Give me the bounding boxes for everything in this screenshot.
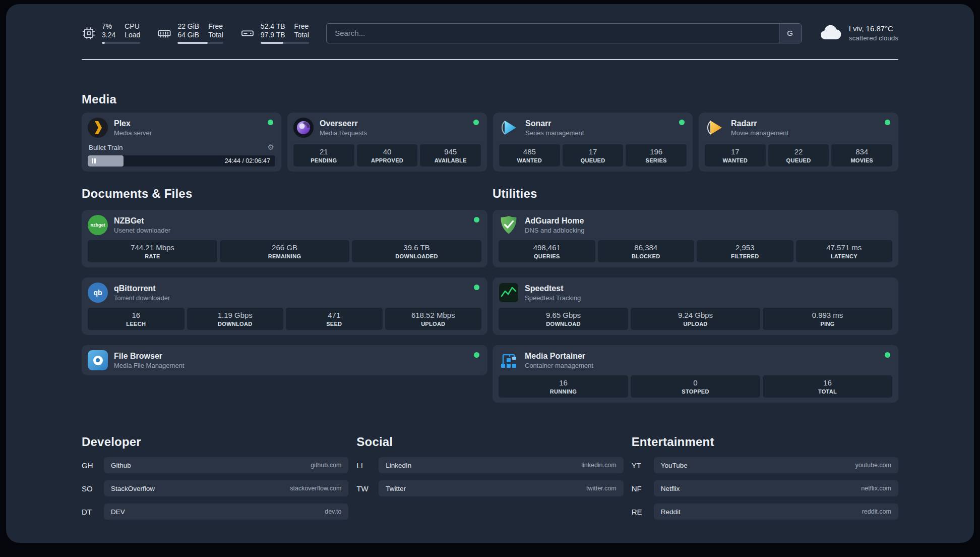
weather-condition: scattered clouds <box>849 34 898 42</box>
memory-usage-bar <box>177 42 223 44</box>
disk-free-value: 52.4 TB <box>261 22 285 31</box>
plex-card[interactable]: Plex Media server Bullet Train ⚙ 24:44 /… <box>82 113 281 172</box>
stat-total: 16 TOTAL <box>763 375 892 398</box>
stat-queued: 17 QUEUED <box>563 144 624 166</box>
memory-label-top: Free <box>208 22 223 31</box>
sonarr-card[interactable]: Sonarr Series management 485 WANTED 17 Q… <box>493 113 693 172</box>
stat-download: 9.65 Gbps DOWNLOAD <box>499 308 628 330</box>
media-section: Media Plex Media serv <box>82 92 898 172</box>
disk-label-top: Free <box>294 22 310 31</box>
speedtest-card[interactable]: Speedtest Speedtest Tracking 9.65 Gbps D… <box>493 277 898 335</box>
service-subtitle: Torrent downloader <box>114 294 170 302</box>
search-input[interactable] <box>326 23 802 43</box>
section-title-social: Social <box>356 435 623 449</box>
overseerr-card[interactable]: Overseerr Media Requests 21 PENDING 40 A… <box>287 113 487 172</box>
disk-widget: 52.4 TB Free 97.9 TB Total <box>240 22 309 44</box>
filebrowser-card[interactable]: File Browser Media File Management <box>82 345 487 375</box>
bookmark-netflix[interactable]: NF Netflix netflix.com <box>632 480 898 496</box>
status-online-dot <box>474 285 479 290</box>
nzbget-card[interactable]: nzbget NZBGet Usenet downloader 744.21 M… <box>82 210 487 267</box>
service-subtitle: Speedtest Tracking <box>525 294 581 302</box>
stat-filtered: 2,953 FILTERED <box>697 240 793 262</box>
service-subtitle: DNS and adblocking <box>525 227 585 234</box>
service-name: Radarr <box>731 119 788 128</box>
service-name: Speedtest <box>525 284 581 293</box>
bookmark-linkedin[interactable]: LI LinkedIn linkedin.com <box>356 457 623 473</box>
status-online-dot <box>474 217 479 222</box>
top-bar: 7% CPU 3.24 Load 22 <box>82 4 898 44</box>
service-subtitle: Media server <box>114 129 152 137</box>
bookmark-twitter[interactable]: TW Twitter twitter.com <box>356 480 623 496</box>
search-engine-button[interactable]: G <box>779 24 801 43</box>
memory-free-value: 22 GiB <box>177 22 199 31</box>
bookmarks-section: Developer GH Github github.com SO StackO… <box>82 435 898 527</box>
status-online-dot <box>473 120 479 125</box>
dashboard-panel: 7% CPU 3.24 Load 22 <box>6 4 974 543</box>
bookmark-youtube[interactable]: YT YouTube youtube.com <box>632 457 898 473</box>
stat-remaining: 266 GB REMAINING <box>220 240 349 262</box>
service-subtitle: Series management <box>525 129 584 137</box>
service-subtitle: Container management <box>525 362 593 369</box>
overseerr-icon <box>293 118 314 138</box>
qbittorrent-card[interactable]: qb qBittorrent Torrent downloader 16 LEE… <box>82 277 487 335</box>
section-title-developer: Developer <box>82 435 348 449</box>
disk-icon <box>240 26 255 40</box>
stat-available: 945 AVAILABLE <box>420 144 481 166</box>
cpu-label-top: CPU <box>125 22 140 31</box>
stat-leech: 16 LEECH <box>88 308 185 330</box>
memory-widget: 22 GiB Free 64 GiB Total <box>157 22 223 44</box>
stat-wanted: 485 WANTED <box>499 144 560 166</box>
status-online-dot <box>268 120 273 125</box>
cpu-load-value: 3.24 <box>102 31 115 39</box>
speedtest-icon <box>499 283 519 303</box>
stat-approved: 40 APPROVED <box>357 144 418 166</box>
bookmark-dev[interactable]: DT DEV dev.to <box>82 504 348 520</box>
stat-rate: 744.21 Mbps RATE <box>88 240 217 262</box>
portainer-card[interactable]: Media Portainer Container management 16 … <box>493 345 898 403</box>
stat-ping: 0.993 ms PING <box>763 308 892 330</box>
service-name: AdGuard Home <box>525 216 585 226</box>
stat-queued: 22 QUEUED <box>768 144 829 166</box>
stat-running: 16 RUNNING <box>499 375 628 398</box>
service-name: Plex <box>114 119 152 128</box>
bookmarks-entertainment: Entertainment YT YouTube youtube.com NF … <box>632 435 898 527</box>
radarr-card[interactable]: Radarr Movie management 17 WANTED 22 QUE… <box>699 113 898 172</box>
stat-upload: 9.24 Gbps UPLOAD <box>631 308 760 330</box>
playback-progress-bar[interactable]: 24:44 / 02:06:47 <box>88 155 275 166</box>
section-title-documents: Documents & Files <box>82 187 487 201</box>
bookmark-github[interactable]: GH Github github.com <box>82 457 348 473</box>
radarr-icon <box>705 118 725 138</box>
cpu-icon <box>82 26 96 40</box>
bookmark-reddit[interactable]: RE Reddit reddit.com <box>632 504 898 520</box>
stat-upload: 618.52 Mbps UPLOAD <box>385 308 482 330</box>
memory-total-value: 64 GiB <box>177 31 199 39</box>
middle-columns: Documents & Files nzbget NZBGet Usenet d… <box>82 187 898 403</box>
service-name: File Browser <box>114 352 184 361</box>
stat-stopped: 0 STOPPED <box>631 375 760 398</box>
portainer-icon <box>499 350 519 370</box>
service-subtitle: Media File Management <box>114 362 184 369</box>
disk-usage-bar <box>261 42 309 44</box>
adguard-icon <box>499 215 519 235</box>
topbar-divider <box>82 59 898 60</box>
stat-movies: 834 MOVIES <box>831 144 892 166</box>
cpu-label-bottom: Load <box>125 31 140 39</box>
stat-seed: 471 SEED <box>286 308 383 330</box>
stat-downloaded: 39.6 TB DOWNLOADED <box>352 240 481 262</box>
status-online-dot <box>679 120 685 125</box>
plex-icon <box>88 118 108 138</box>
stat-latency: 47.571 ms LATENCY <box>796 240 893 262</box>
search-bar: G <box>326 23 802 43</box>
stat-wanted: 17 WANTED <box>705 144 766 166</box>
gear-icon[interactable]: ⚙ <box>268 143 274 152</box>
pause-icon[interactable] <box>92 158 96 163</box>
cpu-usage-value: 7% <box>102 22 115 31</box>
stat-series: 196 SERIES <box>626 144 687 166</box>
service-subtitle: Movie management <box>731 129 788 137</box>
adguard-card[interactable]: AdGuard Home DNS and adblocking 498,461 … <box>493 210 898 267</box>
bookmark-stackoverflow[interactable]: SO StackOverflow stackoverflow.com <box>82 480 348 496</box>
playback-time: 24:44 / 02:06:47 <box>225 157 270 164</box>
service-name: qBittorrent <box>114 284 170 293</box>
status-online-dot <box>885 352 890 358</box>
bookmarks-social: Social LI LinkedIn linkedin.com TW Twitt… <box>356 435 623 504</box>
